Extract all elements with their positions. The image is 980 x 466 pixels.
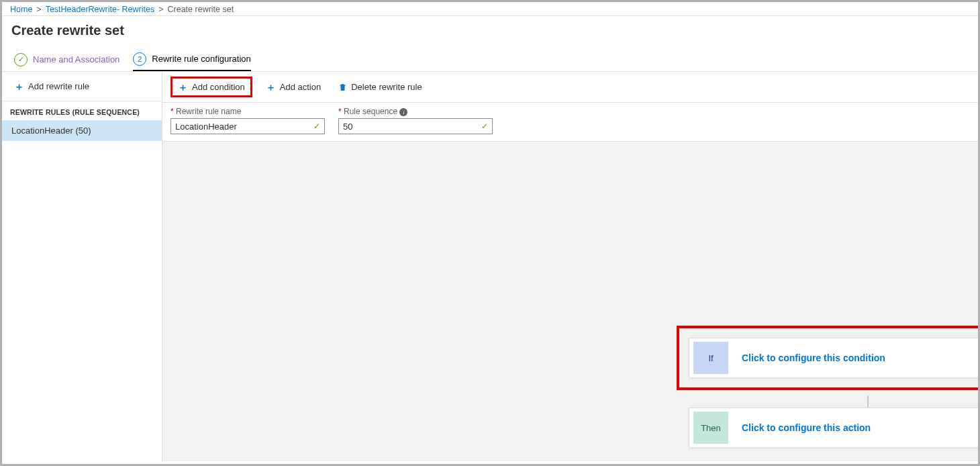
button-label: Add condition xyxy=(192,82,245,92)
add-condition-button[interactable]: ＋ Add condition xyxy=(174,79,249,95)
condition-card[interactable]: If Click to configure this condition xyxy=(689,338,980,378)
plus-icon: ＋ xyxy=(14,81,24,91)
tab-name-association[interactable]: ✓ Name and Association xyxy=(14,48,119,71)
plus-icon: ＋ xyxy=(266,82,276,92)
breadcrumb: Home > TestHeaderRewrite- Rewrites > Cre… xyxy=(2,2,978,16)
chevron-right-icon: > xyxy=(36,5,41,14)
required-asterisk: * xyxy=(170,107,174,116)
valid-check-icon: ✓ xyxy=(481,122,488,131)
add-rewrite-rule-button[interactable]: ＋ Add rewrite rule xyxy=(10,79,93,94)
info-icon[interactable]: i xyxy=(399,108,407,116)
button-label: Add rewrite rule xyxy=(28,81,89,91)
label-text: Rewrite rule name xyxy=(176,107,241,116)
highlight-condition-card: If Click to configure this condition xyxy=(677,326,980,390)
input-value: LocationHeader xyxy=(175,122,237,132)
breadcrumb-current: Create rewrite set xyxy=(168,5,234,14)
tab-label: Name and Association xyxy=(33,54,119,64)
input-value: 50 xyxy=(343,122,352,132)
configure-condition-link[interactable]: Click to configure this condition xyxy=(732,353,980,363)
field-rewrite-rule-name: * Rewrite rule name LocationHeader ✓ xyxy=(170,107,325,134)
main-panel: ＋ Add condition ＋ Add action Delete rewr… xyxy=(162,72,978,461)
action-card[interactable]: Then Click to configure this action xyxy=(689,408,980,448)
sidebar-toolbar: ＋ Add rewrite rule xyxy=(2,72,162,101)
add-action-button[interactable]: ＋ Add action xyxy=(262,77,325,97)
required-asterisk: * xyxy=(338,107,342,116)
field-rule-sequence: * Rule sequence i 50 ✓ xyxy=(338,107,493,134)
rule-sequence-input[interactable]: 50 ✓ xyxy=(338,118,493,134)
configure-action-link[interactable]: Click to configure this action xyxy=(732,422,980,433)
rule-item-locationheader[interactable]: LocationHeader (50) xyxy=(2,120,162,141)
field-label: * Rewrite rule name xyxy=(170,107,325,116)
sidebar: ＋ Add rewrite rule REWRITE RULES (RULE S… xyxy=(2,72,162,461)
fields-row: * Rewrite rule name LocationHeader ✓ * R… xyxy=(162,103,978,142)
field-label: * Rule sequence i xyxy=(338,107,493,116)
page-title: Create rewrite set xyxy=(2,16,978,48)
rewrite-rule-name-input[interactable]: LocationHeader ✓ xyxy=(170,118,325,134)
valid-check-icon: ✓ xyxy=(313,122,320,131)
highlight-add-condition: ＋ Add condition xyxy=(170,77,252,97)
sidebar-heading: REWRITE RULES (RULE SEQUENCE) xyxy=(2,101,162,120)
tab-rewrite-rule-config[interactable]: 2 Rewrite rule configuration xyxy=(133,48,250,71)
breadcrumb-home[interactable]: Home xyxy=(10,5,32,14)
delete-rewrite-rule-button[interactable]: Delete rewrite rule xyxy=(334,77,426,97)
main-toolbar: ＋ Add condition ＋ Add action Delete rewr… xyxy=(162,72,978,103)
rule-canvas: If Click to configure this condition The… xyxy=(162,142,978,461)
wizard-tabs: ✓ Name and Association 2 Rewrite rule co… xyxy=(2,48,978,72)
check-icon: ✓ xyxy=(14,53,28,66)
breadcrumb-parent[interactable]: TestHeaderRewrite- Rewrites xyxy=(46,5,155,14)
step-number-icon: 2 xyxy=(133,52,146,66)
then-tag: Then xyxy=(693,412,728,444)
button-label: Delete rewrite rule xyxy=(351,82,422,92)
plus-icon: ＋ xyxy=(178,82,188,92)
tab-label: Rewrite rule configuration xyxy=(152,54,250,64)
chevron-right-icon: > xyxy=(158,5,163,14)
label-text: Rule sequence xyxy=(344,107,397,116)
button-label: Add action xyxy=(280,82,321,92)
trash-icon xyxy=(338,83,347,92)
action-card-wrap: Then Click to configure this action xyxy=(689,408,980,448)
if-tag: If xyxy=(693,342,728,374)
